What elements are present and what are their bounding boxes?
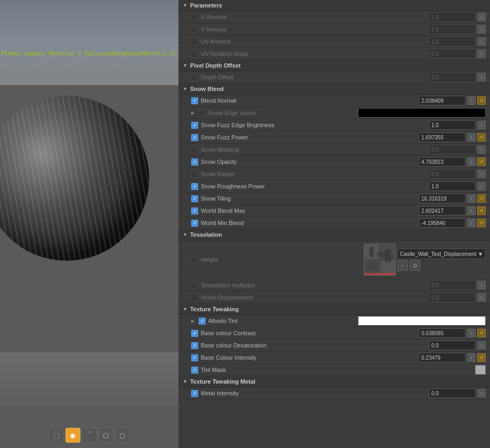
cb-snow-fuzz-power[interactable] [191, 134, 198, 141]
value-uv-rotation[interactable]: 0.0 [429, 49, 476, 59]
value-snow-masking[interactable]: 0.0 [429, 145, 476, 154]
section-pixel-depth[interactable]: ▼ Pixel Depth Offset [178, 60, 490, 71]
drag-base-colour-desat[interactable]: ↕ [477, 341, 486, 350]
cb-base-colour-intensity[interactable] [191, 354, 198, 361]
toolbar-btn-1[interactable]: ⬚ [49, 428, 64, 443]
drag-uv-amount[interactable]: ↕ [477, 37, 486, 46]
value-snow-range[interactable]: 0.0 [429, 169, 476, 179]
value-base-colour-desat[interactable]: 0.0 [429, 341, 476, 350]
drag-base-colour-intensity[interactable]: ↕ [467, 353, 476, 362]
value-base-colour-intensity[interactable]: 0.23479 [419, 353, 466, 362]
value-depth-offset[interactable]: 0.0 [429, 72, 476, 82]
drag-world-displacement[interactable]: ↕ [477, 293, 486, 302]
reset-base-colour-intensity[interactable]: ↺ [477, 353, 486, 362]
cb-v-amount[interactable] [191, 26, 198, 33]
value-world-blend-max[interactable]: 2.602417 [419, 206, 466, 215]
reset-world-blend-max[interactable]: ↺ [477, 206, 486, 215]
drag-snow-range[interactable]: ↕ [477, 170, 486, 178]
value-base-colour-contrast[interactable]: 0.038095 [419, 328, 466, 338]
cb-metal-intensity[interactable] [191, 390, 198, 397]
drag-v-amount[interactable]: ↕ [477, 25, 486, 34]
drag-uv-rotation[interactable]: ↕ [477, 49, 486, 58]
cb-u-amount[interactable] [191, 14, 198, 21]
section-tesselation[interactable]: ▼ Tesselation [178, 229, 490, 240]
cb-world-min-blend[interactable] [191, 220, 198, 227]
drag-u-amount[interactable]: ↕ [477, 13, 486, 21]
label-snow-fuzz-power: Snow Fuzz Power [201, 134, 248, 140]
tesselation-label: Tesselation [190, 231, 222, 238]
value-blend-normal[interactable]: 2.038409 [419, 96, 466, 105]
reset-snow-fuzz-power[interactable]: ↺ [477, 133, 486, 142]
drag-snow-fuzz-brightness[interactable]: ↕ [477, 121, 486, 129]
section-texture-tweaking[interactable]: ▼ Texture Tweaking [178, 304, 490, 315]
toolbar-btn-4[interactable]: ⬡ [99, 428, 113, 443]
expand-snow-edge[interactable]: ▶ [191, 111, 194, 115]
value-v-amount[interactable]: 1.0 [429, 24, 476, 34]
cb-base-colour-contrast[interactable] [191, 330, 198, 337]
drag-world-min-blend[interactable]: ↕ [467, 219, 476, 227]
cb-uv-amount[interactable] [191, 38, 198, 45]
value-snow-fuzz-power[interactable]: 1.697355 [419, 132, 466, 142]
cb-tint-mask[interactable] [191, 367, 198, 374]
section-parameters[interactable]: ▼ Parameters [178, 0, 490, 11]
label-snow-edge-colour: Snow Edge colour [208, 110, 256, 116]
cb-depth-offset[interactable] [191, 74, 198, 81]
cb-snow-roughness-power[interactable] [191, 183, 198, 190]
drag-snow-roughness-power[interactable]: ↕ [477, 182, 486, 190]
cb-snow-tiling[interactable] [191, 195, 198, 202]
drag-base-colour-contrast[interactable]: ↕ [467, 329, 476, 337]
swatch-albedo-tint[interactable] [358, 316, 486, 326]
cb-snow-fuzz-brightness[interactable] [191, 122, 198, 129]
texture-back-btn[interactable]: ← [397, 260, 408, 271]
section-snow-blend[interactable]: ▼ Snow Blend [178, 84, 490, 95]
drag-snow-opacity[interactable]: ↕ [467, 157, 476, 166]
value-snow-tiling[interactable]: 16.316319 [419, 194, 466, 203]
reset-blend-normal[interactable]: ↺ [477, 96, 486, 105]
reset-base-colour-contrast[interactable]: ↺ [477, 329, 486, 337]
cb-albedo-tint[interactable] [199, 318, 206, 325]
drag-snow-fuzz-power[interactable]: ↕ [467, 133, 476, 142]
texture-name: Castle_Wall_Test_Displacement [400, 251, 476, 257]
expand-albedo-tint[interactable]: ▶ [191, 319, 194, 323]
cb-world-blend-max[interactable] [191, 208, 198, 214]
value-tess-multiplier[interactable]: 0.0 [429, 280, 476, 290]
section-texture-tweaking-metal[interactable]: ▼ Texture Tweaking Metal [178, 376, 490, 387]
drag-metal-intensity[interactable]: ↕ [477, 389, 486, 397]
drag-world-blend-max[interactable]: ↕ [467, 206, 476, 215]
cb-snow-range[interactable] [191, 171, 198, 178]
swatch-snow-edge[interactable] [358, 108, 486, 118]
toolbar-btn-5[interactable]: ◻ [115, 428, 130, 443]
properties-panel: ▼ Parameters U Amount 1.0 ↕ V Amount 1.0… [178, 0, 490, 448]
drag-blend-normal[interactable]: ↕ [467, 96, 476, 105]
cb-world-displacement[interactable] [191, 294, 198, 301]
reset-world-min-blend[interactable]: ↺ [477, 219, 486, 227]
drag-depth-offset[interactable]: ↕ [477, 73, 486, 81]
cb-base-colour-desat[interactable] [191, 342, 198, 349]
tesselation-texture-preview[interactable] [364, 244, 396, 276]
value-world-min-blend[interactable]: -4.195846 [419, 218, 466, 228]
cb-blend-normal[interactable] [191, 97, 198, 104]
texture-dropdown[interactable]: Castle_Wall_Test_Displacement ▼ [397, 248, 486, 259]
cb-height[interactable] [191, 256, 198, 263]
value-snow-fuzz-brightness[interactable]: 1.0 [429, 120, 476, 130]
value-snow-opacity[interactable]: 4.763923 [419, 157, 466, 167]
drag-tess-multiplier[interactable]: ↕ [477, 281, 486, 289]
toolbar-btn-3[interactable]: ⌒ [82, 428, 97, 443]
value-snow-roughness-power[interactable]: 1.0 [429, 181, 476, 191]
value-world-displacement[interactable]: 0.0 [429, 293, 476, 302]
cb-uv-rotation[interactable] [191, 51, 198, 57]
cb-snow-edge-colour[interactable] [199, 110, 206, 117]
cb-tess-multiplier[interactable] [191, 282, 198, 289]
drag-snow-tiling[interactable]: ↕ [467, 194, 476, 203]
value-u-amount[interactable]: 1.0 [429, 12, 476, 22]
swatch-tint-mask[interactable] [475, 365, 486, 375]
value-uv-amount[interactable]: 1.0 [429, 37, 476, 46]
drag-snow-masking[interactable]: ↕ [477, 145, 486, 154]
cb-snow-opacity[interactable] [191, 159, 198, 165]
reset-snow-opacity[interactable]: ↺ [477, 157, 486, 166]
toolbar-btn-2[interactable]: ◉ [66, 428, 80, 443]
value-metal-intensity[interactable]: 0.0 [429, 388, 476, 398]
texture-find-btn[interactable]: ⊙ [410, 260, 420, 271]
reset-snow-tiling[interactable]: ↺ [477, 194, 486, 203]
cb-snow-masking[interactable] [191, 146, 198, 153]
